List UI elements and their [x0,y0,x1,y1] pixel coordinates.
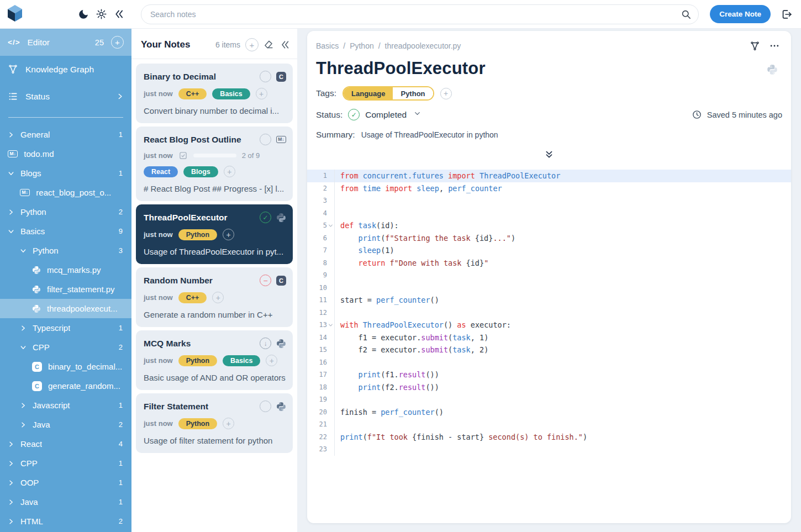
status-complete-icon[interactable]: ✓ [260,212,271,223]
sidebar-item-todo-md[interactable]: M↓todo.md [0,144,131,164]
status-empty-icon[interactable] [260,401,271,412]
clear-filter-button[interactable] [264,39,275,50]
fold-toggle-icon[interactable] [327,219,334,232]
topbar-icon-group [78,8,125,20]
sidebar-item-threadpoolexecut[interactable]: threadpoolexecut... [0,299,131,318]
add-tag-button[interactable]: + [440,88,452,99]
summary-row: Summary: Usage of ThreadPoolExecutor in … [307,130,791,140]
sidebar-nav-knowledge-graph[interactable]: Knowledge Graph [0,56,131,83]
code-line-content: print(f1.result()) [334,368,791,381]
line-number: 2 [307,182,327,195]
line-number: 12 [307,307,327,319]
add-note-button[interactable]: + [245,38,259,51]
sidebar-item-python[interactable]: Python3 [0,241,131,260]
code-line: 23 [307,443,791,456]
sidebar-item-basics[interactable]: Basics9 [0,222,131,241]
sidebar-item-binary-to-decimal[interactable]: Cbinary_to_decimal... [0,357,131,376]
card-time: just now [144,151,173,160]
code-line-content: print(f"Starting the task {id}...") [334,232,791,245]
chevron-down-icon [328,223,333,228]
sidebar-item-html[interactable]: HTML2 [0,512,131,531]
sidebar-item-react[interactable]: React4 [0,434,131,454]
code-line: 18 print(f2.result()) [307,381,791,394]
status-empty-icon[interactable] [260,71,271,82]
card-header: ThreadPoolExecutor ✓ [144,212,286,223]
sidebar-item-java[interactable]: Java1 [0,492,131,512]
note-card-filter-statement[interactable]: Filter Statement just nowPython+ Usage o… [136,393,293,453]
add-tag-icon[interactable]: + [212,292,224,303]
add-tag-icon[interactable]: + [223,229,234,240]
sidebar-item-mcq-marks-py[interactable]: mcq_marks.py [0,260,131,280]
line-number: 11 [307,294,327,307]
tree-item-count: 2 [119,343,123,351]
sidebar-item-oop[interactable]: OOP1 [0,473,131,492]
notes-collapse-button[interactable] [280,39,291,50]
settings-button[interactable] [96,8,107,20]
status-value[interactable]: Completed [365,110,407,120]
chevron-right-icon [117,93,124,100]
sidebar-item-java[interactable]: Java2 [0,415,131,434]
status-down-icon[interactable]: ↓ [260,338,271,349]
fold-toggle-icon[interactable] [327,319,334,331]
sidebar-item-typescript[interactable]: Typescript1 [0,318,131,338]
sidebar-item-cpp[interactable]: CPP2 [0,338,131,357]
note-card-threadpoolexecutor[interactable]: ThreadPoolExecutor ✓ just nowPython+ Usa… [136,204,293,264]
add-tag-icon[interactable]: + [223,418,234,429]
collapse-header-button[interactable] [543,149,555,161]
notes-card-list: Binary to Decimal C just nowC++Basics+ C… [131,59,297,457]
note-card-random-number[interactable]: Random Number − C just nowC+++ Generate … [136,267,293,327]
card-title: Random Number [144,276,213,286]
line-number: 23 [307,443,327,456]
sidebar-item-generate-random[interactable]: Cgenerate_random... [0,376,131,396]
clock-icon [692,109,702,120]
tag-group[interactable]: Language Python [342,86,434,101]
code-line: 5def task(id): [307,219,791,232]
code-line: 12 [307,307,791,319]
search-input[interactable] [141,4,699,24]
dark-mode-toggle[interactable] [78,8,89,20]
add-file-icon[interactable]: + [111,36,124,49]
tree-item-count: 2 [119,517,123,525]
create-note-button[interactable]: Create Note [710,5,771,23]
status-blocked-icon[interactable]: − [260,275,271,286]
python-file-icon [32,285,41,294]
breadcrumb-threadpoolexecutor-py[interactable]: threadpoolexecutor.py [385,41,461,50]
code-line-content [334,443,791,456]
knowledge-graph-button[interactable] [750,41,760,51]
code-line-content [334,356,791,369]
breadcrumb-python[interactable]: Python [350,41,374,50]
python-file-icon [276,339,286,349]
add-tag-icon[interactable]: + [256,88,267,99]
sidebar-nav-editor[interactable]: </>Editor25+ [0,29,131,56]
more-options-button[interactable] [769,40,780,51]
sidebar-collapse-button[interactable] [113,8,125,20]
chevron-right-icon [20,422,27,428]
sidebar-item-filter-statement-py[interactable]: filter_statement.py [0,280,131,299]
eraser-icon [264,39,275,50]
sidebar-item-blogs[interactable]: Blogs1 [0,164,131,183]
sidebar-nav-status[interactable]: Status [0,83,131,110]
status-empty-icon[interactable] [260,134,271,145]
sidebar-divider [8,117,123,118]
status-dropdown-chevron[interactable] [413,109,421,120]
breadcrumb-basics[interactable]: Basics [316,41,339,50]
note-card-react-blog-post-outline[interactable]: React Blog Post Outline M↓ just now 2 of… [136,127,293,201]
gear-icon [96,8,107,20]
summary-value: Usage of ThreadPoolExecutor in python [361,130,498,139]
chevron-down-icon [328,323,333,328]
sidebar-item-cpp[interactable]: CPP1 [0,454,131,473]
file-type-python-icon [767,64,778,77]
sidebar-item-javascript[interactable]: Javascript1 [0,396,131,415]
tree-item-label: Typescript [33,323,70,333]
add-tag-icon[interactable]: + [266,355,277,366]
code-editor[interactable]: 1from concurrent.futures import ThreadPo… [307,170,791,456]
tree-item-count: 2 [119,208,123,216]
note-card-binary-to-decimal[interactable]: Binary to Decimal C just nowC++Basics+ C… [136,64,293,123]
add-tag-icon[interactable]: + [224,166,235,177]
note-card-mcq-marks[interactable]: MCQ Marks ↓ just nowPythonBasics+ Basic … [136,330,293,390]
sidebar-item-general[interactable]: General1 [0,125,131,144]
sidebar-item-react-blog-post-o[interactable]: M↓react_blog_post_o... [0,183,131,202]
logout-button[interactable] [781,8,793,20]
app-logo[interactable] [7,4,23,24]
sidebar-item-python[interactable]: Python2 [0,202,131,222]
